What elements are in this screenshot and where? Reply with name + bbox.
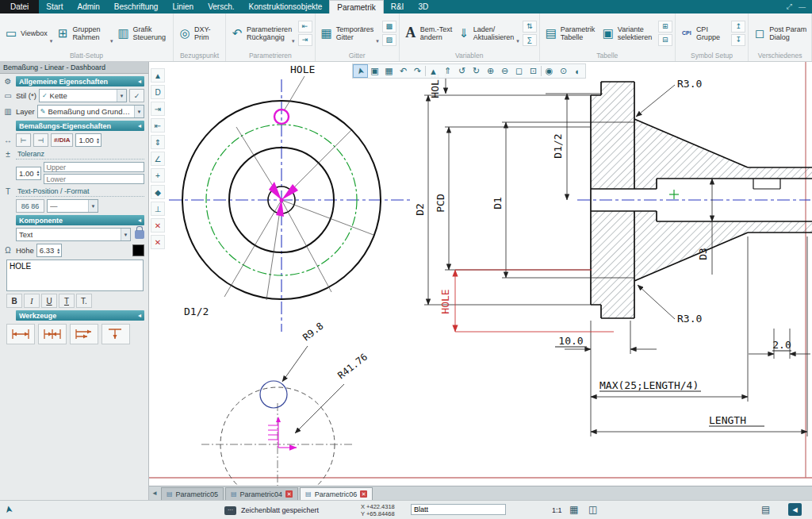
cpi-aux-1-icon[interactable]: ↥ bbox=[731, 21, 745, 33]
gitter-aux-1-icon[interactable]: ▩ bbox=[382, 21, 396, 33]
grid-display-button[interactable]: ▦ bbox=[382, 65, 396, 77]
tabelle-aux-2-icon[interactable]: ⊟ bbox=[658, 34, 672, 46]
post-param-dialog-button[interactable]: ◻ Post Param Dialog bbox=[751, 16, 809, 51]
tab-parametric05[interactable]: ▤ Parametric05 bbox=[161, 487, 224, 500]
komponente-type-dropdown[interactable]: Text ▼ bbox=[16, 228, 131, 241]
rotate-cw-button[interactable]: ↻ bbox=[469, 65, 483, 77]
dim-add-button[interactable]: + bbox=[151, 168, 165, 183]
stil-dropdown[interactable]: ✓ Kette ▼ bbox=[39, 89, 127, 102]
redo-button[interactable]: ↷ bbox=[411, 65, 424, 77]
text-format-dropdown[interactable]: — ▼ bbox=[47, 199, 98, 213]
viewbox-button[interactable]: ▭ Viewbox ▾ bbox=[2, 16, 54, 51]
grid-toggle-icon[interactable]: ▦ bbox=[569, 504, 578, 515]
menu-datei[interactable]: Datei bbox=[0, 0, 39, 13]
tool-chain-dim-button[interactable] bbox=[38, 324, 67, 344]
spinner-arrows-icon[interactable]: ▲▼ bbox=[36, 170, 40, 176]
gear-icon[interactable]: ⚙ bbox=[5, 77, 12, 86]
chevron-down-icon[interactable]: ▼ bbox=[134, 106, 144, 117]
bold-button[interactable]: B bbox=[6, 294, 22, 308]
dim-baseline-button[interactable]: ⇤ bbox=[151, 118, 165, 133]
temporaeres-gitter-button[interactable]: ▦ Temporäres Gitter ▾ bbox=[318, 16, 381, 51]
zoom-window-button[interactable]: ◻ bbox=[512, 65, 526, 77]
text-color-swatch[interactable] bbox=[132, 244, 144, 256]
toleranz-header[interactable]: Toleranz bbox=[16, 149, 144, 160]
zoom-in-button[interactable]: ⊕ bbox=[484, 65, 497, 77]
tab-parametric06[interactable]: ▤ Parametric06 ✕ bbox=[300, 487, 373, 500]
omega-icon[interactable]: Ω bbox=[5, 246, 10, 255]
zoom-out-button[interactable]: ⊖ bbox=[498, 65, 511, 77]
expand-icon[interactable]: ⤢ bbox=[787, 2, 792, 11]
gruppen-rahmen-button[interactable]: ⊞ Gruppen Rahmen ▾ bbox=[54, 16, 114, 51]
variablen-aux-1-icon[interactable]: ⇅ bbox=[523, 21, 537, 33]
tab-nav-icon[interactable]: ◄ bbox=[151, 490, 158, 497]
dim-angle-button[interactable]: ∠ bbox=[151, 152, 165, 166]
param-aux-1-icon[interactable]: ⇤ bbox=[298, 21, 312, 33]
section-allgemeine-eigenschaften[interactable]: Allgemeine Eigenschaften ◂ bbox=[16, 76, 144, 86]
layer-dropdown[interactable]: ✎ Bemaßung und Grundlinien ▼ bbox=[37, 105, 144, 118]
menu-parametrik[interactable]: Parametrik bbox=[329, 0, 383, 13]
collapse-icon[interactable]: ◂ bbox=[138, 122, 141, 129]
spinner-arrows-icon[interactable]: ▲▼ bbox=[96, 137, 100, 144]
display-options-button[interactable]: ◐ bbox=[571, 65, 584, 77]
menu-start[interactable]: Start bbox=[39, 0, 70, 13]
dim-horizontal-button[interactable]: ⇥ bbox=[151, 102, 165, 116]
pan-up-button[interactable]: ▲ bbox=[427, 65, 440, 77]
menu-beschriftung[interactable]: Beschriftung bbox=[107, 0, 166, 13]
menu-versch[interactable]: Versch. bbox=[201, 0, 241, 13]
menu-konstruktionsobjekte[interactable]: Konstruktionsobjekte bbox=[242, 0, 330, 13]
dimension-text-input[interactable]: HOLE bbox=[6, 260, 144, 291]
text-position-button[interactable]: 86 86 bbox=[16, 199, 44, 213]
menu-admin[interactable]: Admin bbox=[70, 0, 106, 13]
subscript-button[interactable]: T. bbox=[76, 294, 92, 308]
spinner-arrows-icon[interactable]: ▲▼ bbox=[56, 248, 60, 254]
close-icon[interactable]: ✕ bbox=[285, 490, 293, 498]
drawing-svg[interactable]: HOLE D1/2 bbox=[149, 62, 812, 486]
undo-button[interactable]: ↶ bbox=[396, 65, 410, 77]
delete-dim-button[interactable]: ✕ bbox=[151, 218, 165, 233]
cpi-aux-2-icon[interactable]: ↧ bbox=[731, 34, 745, 46]
collapse-icon[interactable]: ◂ bbox=[138, 312, 141, 319]
grafik-steuerung-button[interactable]: ▥ Grafik Steuerung bbox=[115, 16, 170, 51]
lower-tolerance-field[interactable] bbox=[44, 174, 144, 184]
section-komponente[interactable]: Komponente ◂ bbox=[16, 215, 144, 225]
magnifier-button[interactable]: ⊙ bbox=[557, 65, 570, 77]
parametrieren-rueckgaengig-button[interactable]: ↶ Parametrieren Rückgängig ▾ bbox=[228, 16, 297, 51]
menu-3d[interactable]: 3D bbox=[411, 0, 435, 13]
italic-button[interactable]: I bbox=[24, 294, 40, 308]
tabelle-aux-1-icon[interactable]: ⊞ bbox=[658, 21, 672, 33]
menu-ri[interactable]: R&I bbox=[384, 0, 412, 13]
dim-right-terminator-button[interactable]: ⊣ bbox=[33, 133, 48, 147]
minimize-icon[interactable]: — bbox=[799, 3, 806, 11]
chevron-down-icon[interactable]: ▼ bbox=[88, 200, 98, 212]
laden-aktualisieren-button[interactable]: ⇓ Laden/ Aktualisieren ▾ bbox=[455, 16, 521, 51]
toleranz-value-stepper[interactable]: 1.00 ▲▼ bbox=[16, 167, 41, 180]
menu-linien[interactable]: Linien bbox=[165, 0, 201, 13]
select-tool-button[interactable]: ➤ bbox=[354, 65, 367, 77]
dia-prefix-button[interactable]: #/DIA bbox=[51, 133, 73, 147]
overline-button[interactable]: T bbox=[59, 294, 75, 308]
cpi-gruppe-button[interactable]: CPI CPI Gruppe bbox=[678, 16, 730, 51]
dim-diamond-button[interactable]: ◆ bbox=[151, 185, 165, 199]
dim-perp-button[interactable]: ⊥ bbox=[151, 202, 165, 216]
delete-all-button[interactable]: ✕ bbox=[151, 235, 165, 249]
lock-icon[interactable] bbox=[135, 230, 144, 239]
section-werkzeuge[interactable]: Werkzeuge ◂ bbox=[16, 310, 144, 321]
tool-baseline-dim-button[interactable] bbox=[70, 324, 98, 344]
upper-tolerance-field[interactable] bbox=[44, 162, 144, 172]
dxy-prim-button[interactable]: ◎ DXY-Prim bbox=[176, 16, 223, 51]
collapse-icon[interactable]: ◂ bbox=[138, 217, 141, 224]
dim-vertical-button[interactable]: ⇕ bbox=[151, 135, 165, 149]
drawing-canvas[interactable]: HOLE D1/2 bbox=[149, 62, 812, 486]
tool-linear-dim-button[interactable] bbox=[6, 324, 35, 344]
collapse-icon[interactable]: ◂ bbox=[138, 78, 141, 85]
dim-point-button[interactable]: ▲ bbox=[151, 68, 165, 83]
chevron-down-icon[interactable]: ▼ bbox=[117, 90, 126, 102]
dim-left-terminator-button[interactable]: ⊢ bbox=[16, 133, 31, 147]
rotate-ccw-button[interactable]: ↺ bbox=[455, 65, 469, 77]
printer-icon[interactable]: ▤ bbox=[761, 504, 770, 515]
bem-text-aendern-button[interactable]: A Bem.-Text ändern bbox=[402, 16, 455, 51]
gitter-aux-2-icon[interactable]: ▨ bbox=[382, 34, 396, 46]
variante-selektieren-button[interactable]: ▣ Variante selektieren bbox=[599, 16, 657, 51]
dim-offset-stepper[interactable]: 1.00 ▲▼ bbox=[75, 133, 101, 147]
zoom-previous-button[interactable]: ◉ bbox=[542, 65, 556, 77]
